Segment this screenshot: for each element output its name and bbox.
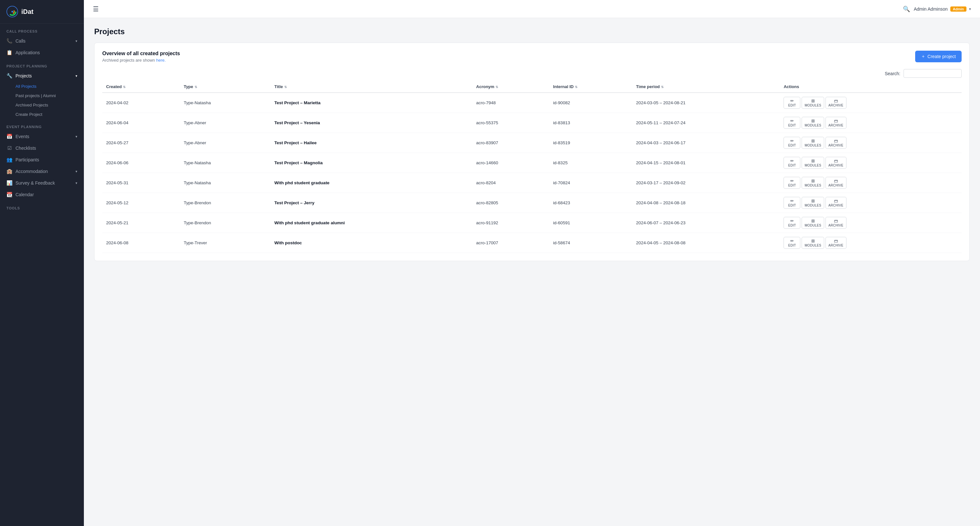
modules-icon: ⊞: [811, 158, 815, 163]
modules-button[interactable]: ⊞ MODULES: [802, 97, 824, 109]
cell-title: Test Project – Magnolia: [270, 153, 473, 173]
sidebar-item-events[interactable]: 📅 Events ▾: [0, 131, 84, 142]
cell-actions: ✏ EDIT ⊞ MODULES 🗃 ARCHIVE: [780, 92, 962, 113]
table-header: Created⇅ Type⇅ Title⇅ Acronym⇅ Internal …: [102, 81, 962, 92]
sidebar-section-event-planning: Event Planning: [0, 119, 84, 131]
cell-acronym: acro-7948: [472, 92, 549, 113]
sidebar-item-calls[interactable]: 📞 Calls ▾: [0, 35, 84, 47]
edit-button[interactable]: ✏ EDIT: [784, 177, 800, 189]
logo-icon: [6, 6, 18, 18]
table-row: 2024-05-21 Type-Brendon With phd student…: [102, 213, 962, 233]
survey-icon: 📊: [6, 180, 12, 186]
modules-label: MODULES: [805, 104, 821, 107]
modules-button[interactable]: ⊞ MODULES: [802, 177, 824, 189]
sidebar-item-events-label: Events: [16, 134, 29, 139]
modules-icon: ⊞: [811, 139, 815, 143]
cell-acronym: acro-8204: [472, 173, 549, 193]
sidebar-item-participants[interactable]: 👥 Participants: [0, 154, 84, 166]
sidebar-item-applications-label: Applications: [16, 50, 40, 55]
edit-icon: ✏: [790, 158, 794, 163]
archive-button[interactable]: 🗃 ARCHIVE: [826, 117, 846, 129]
archived-link[interactable]: here.: [156, 58, 166, 62]
cell-acronym: acro-55375: [472, 113, 549, 133]
edit-button[interactable]: ✏ EDIT: [784, 217, 800, 229]
edit-button[interactable]: ✏ EDIT: [784, 97, 800, 109]
search-icon[interactable]: 🔍: [903, 5, 910, 13]
table-row: 2024-06-04 Type-Abner Test Project – Yes…: [102, 113, 962, 133]
edit-button[interactable]: ✏ EDIT: [784, 157, 800, 169]
cell-title: Test Project – Jerry: [270, 193, 473, 213]
sidebar-sub-past-projects[interactable]: Past projects | Alumni: [16, 91, 84, 100]
svg-point-3: [12, 11, 13, 13]
edit-icon: ✏: [790, 179, 794, 183]
modules-label: MODULES: [805, 124, 821, 127]
edit-icon: ✏: [790, 198, 794, 203]
search-input[interactable]: [904, 69, 962, 78]
modules-label: MODULES: [805, 204, 821, 207]
events-icon: 📅: [6, 134, 12, 139]
cell-actions: ✏ EDIT ⊞ MODULES 🗃 ARCHIVE: [780, 213, 962, 233]
sidebar-sub-all-projects[interactable]: All Projects: [16, 82, 84, 91]
edit-label: EDIT: [788, 244, 796, 247]
cell-created: 2024-06-04: [102, 113, 180, 133]
sidebar-item-survey-feedback[interactable]: 📊 Survey & Feedback ▾: [0, 177, 84, 189]
archive-button[interactable]: 🗃 ARCHIVE: [826, 197, 846, 209]
cell-internal-id: id-70824: [549, 173, 632, 193]
archive-button[interactable]: 🗃 ARCHIVE: [826, 97, 846, 109]
archive-icon: 🗃: [834, 179, 838, 183]
cell-created: 2024-05-21: [102, 213, 180, 233]
hamburger-menu-button[interactable]: ☰: [93, 5, 99, 13]
edit-button[interactable]: ✏ EDIT: [784, 237, 800, 249]
archive-button[interactable]: 🗃 ARCHIVE: [826, 137, 846, 149]
table-body: 2024-04-02 Type-Natasha Test Project – M…: [102, 92, 962, 253]
admin-badge: Admin: [950, 6, 966, 12]
archive-button[interactable]: 🗃 ARCHIVE: [826, 157, 846, 169]
edit-button[interactable]: ✏ EDIT: [784, 117, 800, 129]
cell-created: 2024-05-31: [102, 173, 180, 193]
sidebar-item-checklists[interactable]: ☑ Checklists: [0, 142, 84, 154]
cell-time-period: 2024-05-11 – 2024-07-24: [632, 113, 780, 133]
modules-button[interactable]: ⊞ MODULES: [802, 237, 824, 249]
create-project-button[interactable]: ＋ Create project: [915, 51, 962, 62]
sidebar-item-accommodation[interactable]: 🏨 Accommodation ▾: [0, 166, 84, 177]
chevron-down-icon: ▾: [75, 135, 78, 139]
cell-acronym: acro-83907: [472, 133, 549, 153]
modules-icon: ⊞: [811, 239, 815, 243]
modules-button[interactable]: ⊞ MODULES: [802, 197, 824, 209]
cell-type: Type-Natasha: [180, 153, 270, 173]
edit-button[interactable]: ✏ EDIT: [784, 137, 800, 149]
archive-button[interactable]: 🗃 ARCHIVE: [826, 177, 846, 189]
cell-time-period: 2024-04-03 – 2024-06-17: [632, 133, 780, 153]
col-created: Created⇅: [102, 81, 180, 92]
modules-button[interactable]: ⊞ MODULES: [802, 157, 824, 169]
cell-acronym: acro-82805: [472, 193, 549, 213]
edit-icon: ✏: [790, 118, 794, 123]
cell-type: Type-Abner: [180, 113, 270, 133]
archive-button[interactable]: 🗃 ARCHIVE: [826, 217, 846, 229]
archive-label: ARCHIVE: [828, 204, 843, 207]
edit-label: EDIT: [788, 124, 796, 127]
sidebar-sub-archived-projects[interactable]: Archived Projects: [16, 100, 84, 110]
projects-card-subtitle: Archived projects are shown here.: [102, 58, 180, 62]
edit-label: EDIT: [788, 183, 796, 187]
sidebar-sub-create-project[interactable]: Create Project: [16, 110, 84, 119]
sidebar-item-applications[interactable]: 📋 Applications: [0, 47, 84, 58]
archive-icon: 🗃: [834, 99, 838, 103]
archive-label: ARCHIVE: [828, 104, 843, 107]
archive-icon: 🗃: [834, 139, 838, 143]
projects-card-info: Overview of all created projects Archive…: [102, 51, 180, 62]
modules-button[interactable]: ⊞ MODULES: [802, 137, 824, 149]
modules-button[interactable]: ⊞ MODULES: [802, 217, 824, 229]
cell-type: Type-Brendon: [180, 193, 270, 213]
edit-button[interactable]: ✏ EDIT: [784, 197, 800, 209]
sidebar-item-calendar[interactable]: 📆 Calendar: [0, 189, 84, 201]
content-area: Projects Overview of all created project…: [84, 18, 980, 526]
projects-card-title: Overview of all created projects: [102, 51, 180, 56]
sidebar-item-projects[interactable]: 🔧 Projects ▾: [0, 70, 84, 82]
edit-label: EDIT: [788, 204, 796, 207]
user-dropdown-button[interactable]: ▾: [969, 7, 971, 11]
archive-button[interactable]: 🗃 ARCHIVE: [826, 237, 846, 249]
modules-button[interactable]: ⊞ MODULES: [802, 117, 824, 129]
col-actions: Actions: [780, 81, 962, 92]
archive-icon: 🗃: [834, 118, 838, 123]
